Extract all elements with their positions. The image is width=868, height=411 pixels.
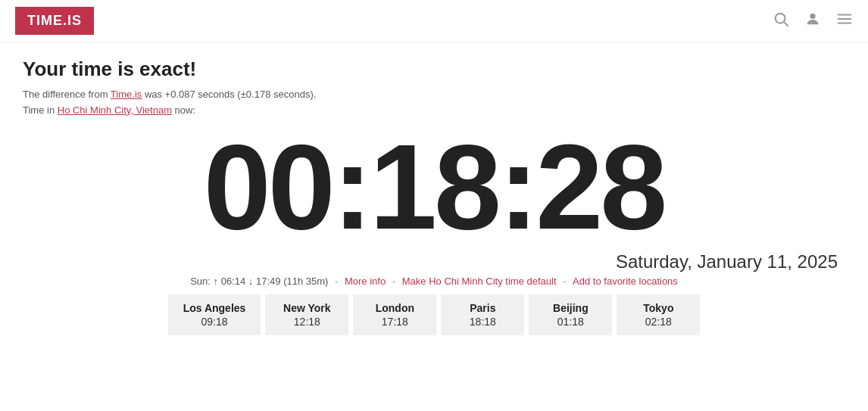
location-suffix: now: [172, 104, 195, 116]
add-favorite-link[interactable]: Add to favorite locations [573, 276, 678, 287]
logo[interactable]: TIME.IS [15, 7, 94, 35]
city-card-london[interactable]: London17:18 [353, 294, 436, 335]
timeis-link[interactable]: Time.is [111, 89, 142, 100]
city-card-beijing[interactable]: Beijing01:18 [529, 294, 612, 335]
sun-label: Sun: [190, 276, 211, 287]
user-icon[interactable] [804, 11, 821, 31]
sunset-arrow: ↓ [248, 276, 254, 287]
city-time: 09:18 [183, 316, 246, 328]
header-icons [773, 11, 853, 31]
city-name: London [368, 302, 421, 314]
city-time: 17:18 [368, 316, 421, 328]
city-card-new-york[interactable]: New York12:18 [265, 294, 348, 335]
location-link[interactable]: Ho Chi Minh City, Vietnam [58, 104, 172, 116]
city-name: Paris [456, 302, 509, 314]
subtitle-suffix: was +0.087 seconds (±0.178 seconds). [142, 89, 316, 100]
city-name: Beijing [544, 302, 597, 314]
clock-seconds: 28 [535, 119, 664, 254]
city-time: 18:18 [456, 316, 509, 328]
header: TIME.IS [0, 0, 868, 42]
subtitle-prefix: The difference from [23, 89, 111, 100]
city-name: New York [280, 302, 333, 314]
world-clocks: Los Angeles09:18New York12:18London17:18… [23, 294, 845, 335]
accuracy-subtitle: The difference from Time.is was +0.087 s… [23, 87, 845, 103]
clock-container: 00:18:28 [23, 126, 845, 248]
more-info-link[interactable]: More info [345, 276, 386, 287]
bottom-section: Saturday, January 11, 2025 Sun: ↑ 06:14 … [23, 251, 845, 335]
clock-minutes: 18 [370, 119, 498, 254]
date-display: Saturday, January 11, 2025 [23, 251, 845, 272]
exact-title: Your time is exact! [23, 58, 845, 81]
sep3: - [563, 276, 569, 287]
city-time: 02:18 [632, 316, 685, 328]
clock-separator-1: : [333, 119, 370, 254]
search-icon[interactable] [773, 11, 789, 31]
city-card-los-angeles[interactable]: Los Angeles09:18 [168, 294, 261, 335]
location-prefix: Time in [23, 104, 58, 116]
svg-point-2 [810, 14, 815, 19]
sunset-time: 17:49 [256, 276, 281, 287]
city-name: Los Angeles [183, 302, 246, 314]
city-name: Tokyo [632, 302, 685, 314]
city-time: 01:18 [544, 316, 597, 328]
sep1: - [335, 276, 341, 287]
clock-hours: 00 [204, 119, 333, 254]
menu-icon[interactable] [836, 11, 853, 31]
sun-info-row: Sun: ↑ 06:14 ↓ 17:49 (11h 35m) - More in… [23, 276, 845, 287]
sunrise-time: 06:14 [221, 276, 246, 287]
location-subtitle: Time in Ho Chi Minh City, Vietnam now: [23, 103, 845, 119]
city-card-paris[interactable]: Paris18:18 [441, 294, 524, 335]
sep2: - [392, 276, 398, 287]
sunrise-arrow: ↑ [214, 276, 219, 287]
city-time: 12:18 [280, 316, 333, 328]
make-default-link[interactable]: Make Ho Chi Minh City time default [402, 276, 557, 287]
clock-separator-2: : [498, 119, 535, 254]
main-content: Your time is exact! The difference from … [0, 42, 868, 350]
svg-line-1 [784, 22, 788, 26]
city-card-tokyo[interactable]: Tokyo02:18 [617, 294, 700, 335]
clock-display: 00:18:28 [23, 126, 845, 248]
sun-duration-value: 11h 35m [286, 276, 325, 287]
